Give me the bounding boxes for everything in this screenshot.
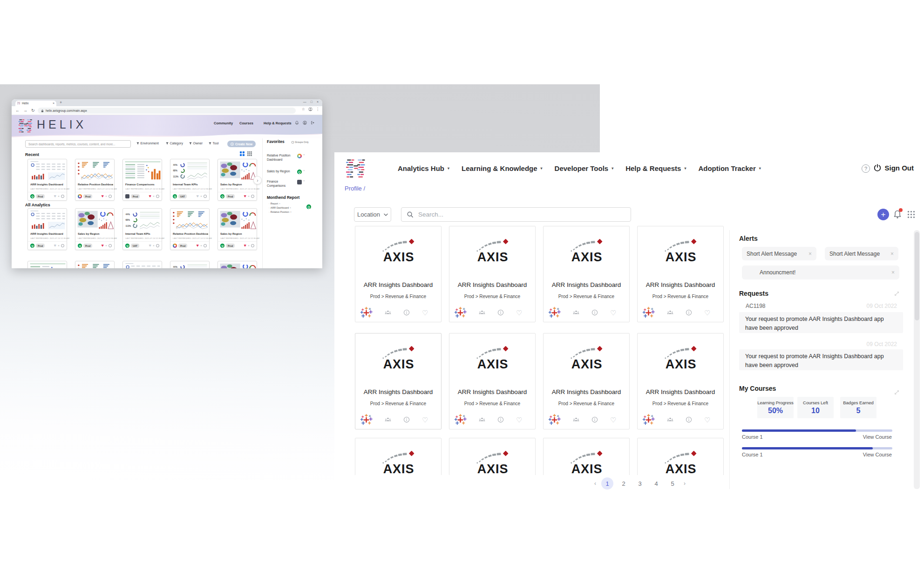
favorite-heart-icon[interactable]: ♡: [704, 309, 710, 316]
favorite-heart-icon[interactable]: ♥: [54, 194, 56, 198]
remove-icon[interactable]: ×: [279, 202, 280, 205]
share-icon[interactable]: ∗: [248, 195, 250, 197]
share-icon[interactable]: ∗: [248, 245, 250, 247]
dashboard-card-partial[interactable]: [170, 261, 210, 268]
dismiss-icon[interactable]: ×: [808, 251, 812, 257]
pagination-page-5[interactable]: 5: [666, 477, 679, 490]
users-icon[interactable]: [573, 416, 579, 423]
helix-logo[interactable]: [346, 158, 367, 179]
info-ring-icon[interactable]: [251, 195, 254, 198]
favorite-group-title[interactable]: Monthend Report: [267, 195, 299, 200]
close-button[interactable]: ×: [317, 100, 319, 103]
nav-help-requests[interactable]: Help & Requests▾: [625, 164, 686, 172]
info-ring-icon[interactable]: [109, 195, 112, 198]
favorite-heart-icon[interactable]: ♡: [422, 309, 428, 316]
dashboard-card[interactable]: Relative Position Dashboard LAST REFRESH…: [75, 159, 115, 201]
users-icon[interactable]: [479, 416, 485, 423]
tab-close-icon[interactable]: ×: [53, 102, 54, 105]
forward-button[interactable]: →: [23, 108, 27, 113]
filter-tool[interactable]: Tool: [209, 142, 218, 145]
expand-icon[interactable]: [894, 389, 900, 395]
favorite-heart-icon[interactable]: ♥: [101, 194, 103, 198]
dashboard-card[interactable]: Relative Position Dashboard LAST REFRESH…: [170, 208, 210, 250]
pagination-prev[interactable]: ‹: [593, 480, 597, 487]
info-icon[interactable]: [686, 416, 692, 423]
table-view-icon[interactable]: [247, 151, 252, 156]
address-bar[interactable]: helix.axisgroup.com/main.aspx: [38, 108, 296, 114]
favorite-heart-icon[interactable]: ♡: [704, 416, 710, 423]
info-ring-icon[interactable]: [204, 195, 207, 198]
reload-button[interactable]: ↻: [31, 108, 35, 113]
dashboard-card[interactable]: Finance Comparisons LAST REFRESHED: 2021…: [122, 159, 162, 201]
tableau-sparkle-icon[interactable]: [548, 414, 561, 426]
profile-icon[interactable]: [303, 121, 307, 125]
pagination-page-4[interactable]: 4: [650, 477, 662, 490]
info-ring-icon[interactable]: [61, 244, 64, 247]
view-course-link[interactable]: View Course: [863, 452, 892, 457]
location-dropdown[interactable]: Location: [354, 207, 391, 222]
dashboard-card-partial[interactable]: [449, 438, 536, 475]
info-ring-icon[interactable]: [61, 195, 64, 198]
favorite-heart-icon[interactable]: ♥: [196, 194, 198, 198]
users-icon[interactable]: [385, 309, 391, 316]
dashboard-card[interactable]: ARR Insights Dashboard Prod > Revenue & …: [355, 333, 442, 429]
share-icon[interactable]: ∗: [105, 195, 107, 197]
nav-developer-tools[interactable]: Developer Tools▾: [555, 164, 614, 172]
dashboard-card-partial[interactable]: [122, 261, 162, 268]
tableau-sparkle-icon[interactable]: [642, 306, 655, 319]
tableau-sparkle-icon[interactable]: [548, 306, 561, 319]
help-icon[interactable]: ?: [862, 164, 870, 173]
dashboard-card[interactable]: Sales by Region LAST REFRESHED: 2021-07-…: [217, 159, 257, 201]
info-ring-icon[interactable]: [156, 195, 159, 198]
notifications-bell-icon[interactable]: [295, 121, 299, 125]
info-icon[interactable]: [591, 309, 598, 316]
helix-nav-courses[interactable]: Courses: [239, 121, 253, 125]
dashboard-card[interactable]: ARR Insights Dashboard LAST REFRESHED: 2…: [27, 159, 67, 201]
pagination-next[interactable]: ›: [683, 480, 686, 487]
dashboard-card[interactable]: ARR Insights Dashboard Prod > Revenue & …: [543, 226, 630, 322]
remove-favorite-icon[interactable]: ×: [303, 169, 305, 172]
share-icon[interactable]: ∗: [105, 245, 107, 247]
users-icon[interactable]: [667, 309, 673, 316]
users-icon[interactable]: [667, 416, 673, 423]
dashboard-card-partial[interactable]: [637, 438, 724, 475]
bookmark-star-icon[interactable]: ☆: [302, 107, 305, 111]
carousel-next-button[interactable]: ›: [253, 176, 262, 184]
groups-only-toggle[interactable]: Groups Only: [292, 141, 309, 143]
share-icon[interactable]: ∗: [200, 195, 202, 197]
favorite-heart-icon[interactable]: ♥: [54, 244, 56, 248]
dashboard-card-partial[interactable]: [217, 261, 257, 268]
helix-nav-community[interactable]: Community: [214, 121, 233, 125]
helix-nav-help-requests[interactable]: Help & Requests: [264, 121, 292, 125]
favorite-heart-icon[interactable]: ♥: [149, 244, 151, 248]
alert-chip[interactable]: Short Alert Message ×: [825, 247, 898, 260]
alert-chip[interactable]: Short Alert Message ×: [742, 247, 816, 260]
info-icon[interactable]: [686, 309, 692, 316]
favorite-heart-icon[interactable]: ♡: [516, 309, 522, 316]
browser-profile-icon[interactable]: [308, 107, 313, 111]
dashboard-card[interactable]: ARR Insights Dashboard Prod > Revenue & …: [449, 333, 536, 429]
tableau-sparkle-icon[interactable]: [454, 414, 467, 426]
info-icon[interactable]: [497, 309, 504, 316]
tableau-sparkle-icon[interactable]: [642, 414, 655, 426]
grid-view-icon[interactable]: [240, 151, 245, 156]
favorite-heart-icon[interactable]: ♥: [244, 244, 246, 248]
users-icon[interactable]: [479, 309, 485, 316]
dashboard-card-partial[interactable]: [543, 438, 630, 475]
favorite-heart-icon[interactable]: ♡: [516, 416, 522, 423]
dashboard-card-partial[interactable]: [355, 438, 442, 475]
info-icon[interactable]: [497, 416, 504, 423]
sign-out-button[interactable]: Sign Out: [873, 163, 914, 172]
favorite-heart-icon[interactable]: ♥: [101, 244, 103, 248]
favorite-heart-icon[interactable]: ♡: [422, 416, 428, 423]
dashboard-card[interactable]: ARR Insights Dashboard LAST REFRESHED: 2…: [27, 208, 67, 250]
add-button[interactable]: +: [877, 209, 889, 220]
view-course-link[interactable]: View Course: [863, 434, 892, 440]
dashboard-card[interactable]: Sales by Region LAST REFRESHED: 2021-07-…: [75, 208, 115, 250]
create-new-button[interactable]: + Create New: [227, 141, 256, 147]
dashboard-card[interactable]: Sales by Region LAST REFRESHED: 2021-07-…: [217, 208, 257, 250]
search-input[interactable]: [401, 207, 631, 222]
pagination-page-3[interactable]: 3: [634, 477, 646, 490]
nav-analytics-hub[interactable]: Analytics Hub▾: [398, 164, 449, 172]
dashboard-card-partial[interactable]: [27, 261, 67, 268]
